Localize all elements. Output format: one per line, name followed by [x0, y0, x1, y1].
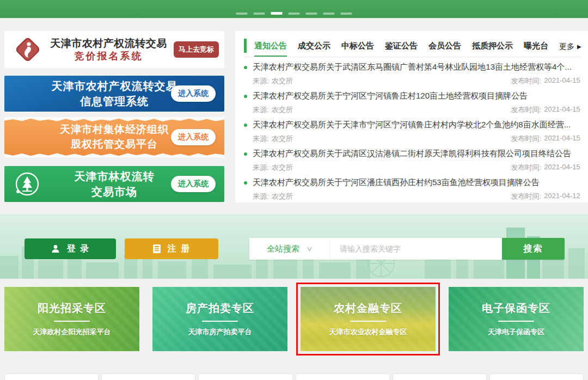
banner-title: 天津市村集体经济组织 股权托管交易平台	[60, 122, 169, 151]
tab-pledge[interactable]: 抵质押公示	[472, 36, 513, 57]
enter-system-button[interactable]: 进入系统	[171, 129, 216, 145]
bullet-icon	[244, 181, 247, 185]
partner-box[interactable]	[198, 373, 292, 380]
carousel-indicators	[236, 12, 352, 15]
news-title-link[interactable]: 天津农村产权交易所关于天津市宁河区宁河镇鲁庄村村内学校北2个鱼池约8亩水面经营.…	[244, 120, 581, 130]
info-management-system-banner[interactable]: 天津市农村产权流转交易 信息管理系统 进入系统	[4, 76, 224, 112]
partner-box[interactable]	[296, 373, 390, 380]
divider	[202, 321, 238, 322]
zone-sunshine-procurement[interactable]: 阳光招采专区 天津政村企阳光招采平台	[4, 287, 139, 351]
bullet-icon	[244, 124, 247, 127]
partner-links-row	[0, 373, 588, 380]
hero-search-banner: 登 录 注 册 全站搜索 ∨ 搜索	[0, 214, 588, 279]
news-meta: 来源:农交所 发布时间:2021-04-15	[244, 101, 581, 115]
login-button[interactable]: 登 录	[24, 238, 116, 259]
list-item: 天津农村产权交易所关于武清区汉沽港镇二街村原天津凯得利科技有限公司项目终结公告 …	[244, 149, 581, 173]
brand-text: 天津市农村产权流转交易 竞价报名系统	[44, 37, 174, 62]
search-button[interactable]: 搜索	[502, 238, 565, 260]
bullet-icon	[244, 152, 247, 156]
tab-accent-bar	[244, 39, 247, 53]
search-scope-select[interactable]: 全站搜索 ∨	[249, 238, 330, 260]
news-meta: 来源:农交所 发布时间:2021-04-15	[244, 159, 581, 173]
bullet-icon	[244, 95, 247, 98]
carousel-dot-active[interactable]	[271, 12, 283, 15]
main-content: 天津市农村产权流转交易 竞价报名系统 马上去竞标 天津市农村产权流转交易 信息管…	[0, 31, 588, 203]
torn-paper-edge	[4, 117, 224, 121]
partner-box[interactable]	[393, 373, 487, 380]
carousel-dot[interactable]	[323, 13, 335, 15]
search-bar: 全站搜索 ∨ 搜索	[249, 238, 565, 260]
news-title-link[interactable]: 天津农村产权交易所关于武清区东马圈镇广善村第4号林业队园地13亩土地经营权等4个…	[244, 62, 581, 72]
go-bid-button[interactable]: 马上去竞标	[174, 41, 219, 58]
zone-e-guarantee[interactable]: 电子保函专区 天津电子保函专区	[449, 287, 584, 351]
carousel-dot[interactable]	[306, 13, 317, 15]
banner-title: 天津市林权流转 交易市场	[75, 169, 155, 199]
user-icon	[51, 244, 60, 254]
bullet-icon	[244, 66, 247, 69]
brand-name: 天津市农村产权流转交易	[44, 37, 174, 50]
divider	[498, 321, 534, 322]
zone-rural-finance[interactable]: 农村金融专区 天津市农业农村金融专区	[301, 287, 436, 351]
news-meta: 来源:农交所 发布时间:2021-04-15	[244, 130, 581, 144]
enter-system-button[interactable]: 进入系统	[171, 85, 216, 102]
search-input[interactable]	[330, 238, 502, 260]
tab-exposure[interactable]: 曝光台	[524, 36, 548, 57]
tree-icon	[13, 170, 41, 198]
list-item: 天津农村产权交易所关于天津市宁河区宁河镇鲁庄村村内学校北2个鱼池约8亩水面经营.…	[244, 120, 581, 144]
tab-member[interactable]: 会员公告	[428, 36, 461, 57]
register-button[interactable]: 注 册	[125, 238, 218, 259]
partner-box[interactable]	[489, 373, 584, 380]
partner-box[interactable]	[4, 373, 99, 380]
news-meta: 来源:农交所 发布时间:2021-04-12	[244, 188, 581, 201]
tab-authentication[interactable]: 鉴证公告	[385, 36, 418, 57]
notice-tabs: 通知公告 成交公示 中标公告 鉴证公告 会员公告 抵质押公示 曝光台 更多 ▶	[244, 36, 581, 57]
forest-rights-market-banner[interactable]: 天津市林权流转 交易市场 进入系统	[4, 166, 224, 202]
top-banner-bar	[0, 0, 588, 19]
site-logo-icon	[12, 34, 44, 65]
highlight-annotation-box	[296, 283, 440, 356]
enter-system-button[interactable]: 进入系统	[171, 176, 216, 192]
news-title-link[interactable]: 天津农村产权交易所关于宁河区潘庄镇西孙庄村约53亩鱼池经营权项目摘牌公告	[244, 177, 581, 188]
chevron-down-icon: ∨	[306, 245, 313, 253]
news-title-link[interactable]: 天津农村产权交易所关于武清区汉沽港镇二街村原天津凯得利科技有限公司项目终结公告	[244, 149, 581, 159]
more-link[interactable]: 更多 ▶	[559, 36, 581, 57]
zone-cards-row: 阳光招采专区 天津政村企阳光招采平台 房产拍卖专区 天津市房产拍卖平台 农村金融…	[0, 287, 588, 351]
more-arrow-icon: ▶	[577, 44, 581, 50]
divider	[350, 321, 386, 322]
zone-property-auction[interactable]: 房产拍卖专区 天津市房产拍卖平台	[152, 287, 287, 351]
carousel-dot[interactable]	[341, 13, 352, 15]
bidding-system-card: 天津市农村产权流转交易 竞价报名系统 马上去竞标	[4, 31, 224, 68]
tab-winning-bid[interactable]: 中标公告	[341, 36, 374, 57]
torn-paper-edge	[4, 153, 224, 157]
list-item: 天津农村产权交易所关于宁河区潘庄镇西孙庄村约53亩鱼池经营权项目摘牌公告 来源:…	[244, 177, 581, 201]
brand-system-name: 竞价报名系统	[44, 50, 174, 63]
carousel-dot[interactable]	[236, 13, 248, 15]
news-title-link[interactable]: 天津农村产权交易所关于宁河区宁河镇鲁庄村120亩土地经营权项目摘牌公告	[244, 91, 581, 101]
list-item: 天津农村产权交易所关于武清区东马圈镇广善村第4号林业队园地13亩土地经营权等4个…	[244, 62, 581, 86]
tab-deal-publicity[interactable]: 成交公示	[298, 36, 330, 57]
divider	[54, 321, 90, 322]
notice-panel: 通知公告 成交公示 中标公告 鉴证公告 会员公告 抵质押公示 曝光台 更多 ▶ …	[235, 31, 588, 203]
carousel-dot[interactable]	[289, 13, 300, 15]
tab-notice[interactable]: 通知公告	[254, 36, 287, 57]
news-meta: 来源:农交所 发布时间:2021-04-15	[244, 72, 581, 86]
hero-content: 登 录 注 册 全站搜索 ∨ 搜索	[24, 238, 565, 260]
list-item: 天津农村产权交易所关于宁河区宁河镇鲁庄村120亩土地经营权项目摘牌公告 来源:农…	[244, 91, 581, 115]
left-column: 天津市农村产权流转交易 竞价报名系统 马上去竞标 天津市农村产权流转交易 信息管…	[4, 31, 224, 202]
equity-trusteeship-banner[interactable]: 天津市村集体经济组织 股权托管交易平台 进入系统	[4, 117, 224, 157]
id-card-icon	[152, 244, 161, 254]
banner-title: 天津市农村产权流转交易 信息管理系统	[52, 78, 177, 109]
partner-box[interactable]	[101, 373, 195, 380]
carousel-dot[interactable]	[254, 13, 265, 15]
